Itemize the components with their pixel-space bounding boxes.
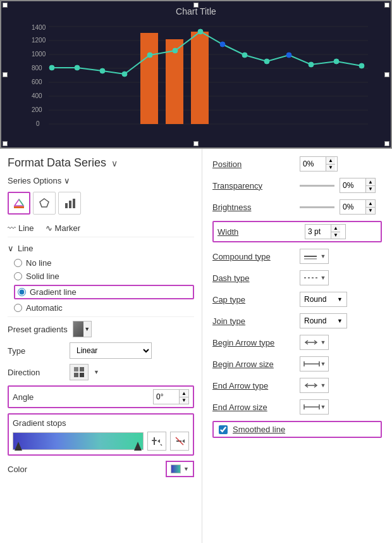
position-up[interactable]: ▲	[326, 157, 335, 165]
cap-type-row: Cap type Round ▼	[212, 292, 382, 307]
add-gradient-stop-btn[interactable]	[147, 432, 166, 451]
add-stop-icon	[151, 435, 162, 447]
position-value: 0%	[300, 159, 326, 168]
begin-arrow-size-icon	[303, 359, 321, 369]
automatic-label: Automatic	[26, 303, 63, 313]
width-up[interactable]: ▲	[331, 225, 340, 232]
smoothed-line-checkbox[interactable]	[219, 425, 228, 434]
bar-icon-btn[interactable]	[58, 192, 81, 215]
brightness-spin: ▲ ▼	[365, 200, 375, 214]
automatic-radio[interactable]	[14, 304, 22, 312]
transparency-row: Transparency 0% ▲ ▼	[212, 178, 382, 193]
line-squiggle: 〰	[8, 223, 16, 233]
join-type-value: Round	[304, 316, 326, 325]
pentagon-icon-btn[interactable]	[33, 192, 56, 215]
direction-label: Direction	[8, 368, 64, 377]
divider1	[8, 316, 194, 317]
tab-line[interactable]: 〰 Line	[8, 223, 34, 233]
solid-line-radio[interactable]	[14, 272, 22, 280]
no-line-label: No line	[26, 258, 51, 268]
fill-icon	[13, 197, 25, 209]
width-input[interactable]: 3 pt ▲ ▼	[305, 224, 346, 239]
svg-point-23	[147, 53, 152, 58]
direction-dropdown-arrow[interactable]: ▼	[94, 369, 99, 375]
series-options-bar[interactable]: Series Options ∨	[8, 176, 194, 185]
direction-btn[interactable]	[70, 364, 89, 380]
automatic-option[interactable]: Automatic	[14, 303, 194, 313]
brightness-up[interactable]: ▲	[366, 200, 375, 208]
tab-marker[interactable]: ∿ Marker	[46, 223, 80, 233]
no-line-option[interactable]: No line	[14, 258, 194, 268]
series-options-arrow: ∨	[64, 176, 70, 185]
svg-text:0: 0	[36, 120, 40, 127]
svg-text:600: 600	[32, 78, 42, 85]
gradient-line-radio[interactable]	[18, 288, 26, 296]
cap-type-btn[interactable]: Round ▼	[300, 292, 347, 307]
svg-marker-44	[157, 439, 160, 443]
fill-icon-btn[interactable]	[8, 192, 30, 215]
type-row: Type Linear Radial Rectangular	[8, 342, 194, 359]
join-type-btn[interactable]: Round ▼	[300, 313, 347, 328]
remove-stop-icon	[174, 435, 185, 447]
width-label: Width	[217, 227, 300, 237]
svg-text:200: 200	[32, 106, 42, 113]
svg-text:1000: 1000	[32, 51, 46, 58]
svg-point-32	[359, 63, 364, 68]
type-select[interactable]: Linear Radial Rectangular	[70, 342, 152, 359]
transparency-slider[interactable]	[300, 185, 334, 187]
transparency-up[interactable]: ▲	[366, 178, 375, 186]
brightness-value: 0%	[340, 203, 365, 211]
brightness-input[interactable]: 0% ▲ ▼	[340, 199, 376, 215]
remove-gradient-stop-btn[interactable]	[170, 432, 189, 451]
resize-handle-ml[interactable]	[3, 72, 8, 77]
brightness-slider[interactable]	[300, 206, 334, 208]
position-row: Position 0% ▲ ▼	[212, 156, 382, 172]
svg-rect-35	[65, 203, 68, 208]
resize-handle-tr[interactable]	[384, 3, 389, 8]
end-arrow-size-btn[interactable]: ▼	[300, 399, 329, 415]
svg-text:1400: 1400	[32, 24, 46, 31]
panel-title: Format Data Series	[8, 156, 106, 170]
right-panel: Position 0% ▲ ▼ Transparency 0% ▲ ▼	[202, 149, 392, 543]
angle-input[interactable]: 0° ▲ ▼	[153, 389, 189, 404]
position-input[interactable]: 0% ▲ ▼	[300, 156, 338, 172]
begin-arrow-size-btn[interactable]: ▼	[300, 356, 329, 371]
transparency-down[interactable]: ▼	[366, 186, 375, 193]
format-panel: Format Data Series ∨ Series Options ∨	[0, 149, 392, 543]
no-line-radio[interactable]	[14, 259, 22, 267]
angle-spin-down[interactable]: ▼	[180, 397, 188, 404]
compound-type-btn[interactable]: ▼	[300, 249, 329, 264]
gradient-line-option[interactable]: Gradient line	[14, 285, 194, 299]
line-section-header[interactable]: ∨ Line	[8, 244, 194, 253]
smoothed-line-label: Smoothed line	[233, 425, 285, 434]
resize-handle-br[interactable]	[384, 141, 389, 146]
brightness-down[interactable]: ▼	[366, 208, 375, 215]
width-down[interactable]: ▼	[331, 232, 340, 239]
position-down[interactable]: ▼	[326, 165, 335, 172]
solid-line-option[interactable]: Solid line	[14, 272, 194, 281]
resize-handle-mr[interactable]	[384, 72, 389, 77]
resize-handle-tm[interactable]	[193, 3, 199, 8]
preset-gradients-row: Preset gradients ▼	[8, 321, 194, 337]
begin-arrow-type-row: Begin Arrow type ▼	[212, 335, 382, 350]
svg-text:1200: 1200	[32, 37, 46, 44]
brightness-row: Brightness 0% ▲ ▼	[212, 199, 382, 215]
panel-chevron[interactable]: ∨	[111, 158, 118, 168]
join-type-label: Join type	[212, 316, 295, 326]
begin-arrow-size-label: Begin Arrow size	[212, 359, 295, 369]
transparency-input[interactable]: 0% ▲ ▼	[340, 178, 376, 193]
begin-arrow-type-btn[interactable]: ▼	[300, 335, 329, 350]
color-picker-btn[interactable]: ▼	[166, 461, 194, 477]
end-arrow-type-btn[interactable]: ▼	[300, 378, 329, 393]
dash-type-btn[interactable]: ▼	[300, 270, 329, 285]
gradient-line-label: Gradient line	[30, 287, 77, 297]
resize-handle-tl[interactable]	[3, 3, 8, 8]
svg-line-45	[161, 444, 162, 446]
angle-spin-up[interactable]: ▲	[180, 390, 188, 397]
begin-arrow-type-icon	[303, 337, 321, 347]
bar-icon	[63, 197, 76, 209]
gradient-bar[interactable]	[13, 432, 144, 450]
svg-point-25	[198, 29, 203, 34]
preset-gradients-btn[interactable]: ▼	[73, 321, 92, 337]
resize-handle-bl[interactable]	[3, 141, 8, 146]
